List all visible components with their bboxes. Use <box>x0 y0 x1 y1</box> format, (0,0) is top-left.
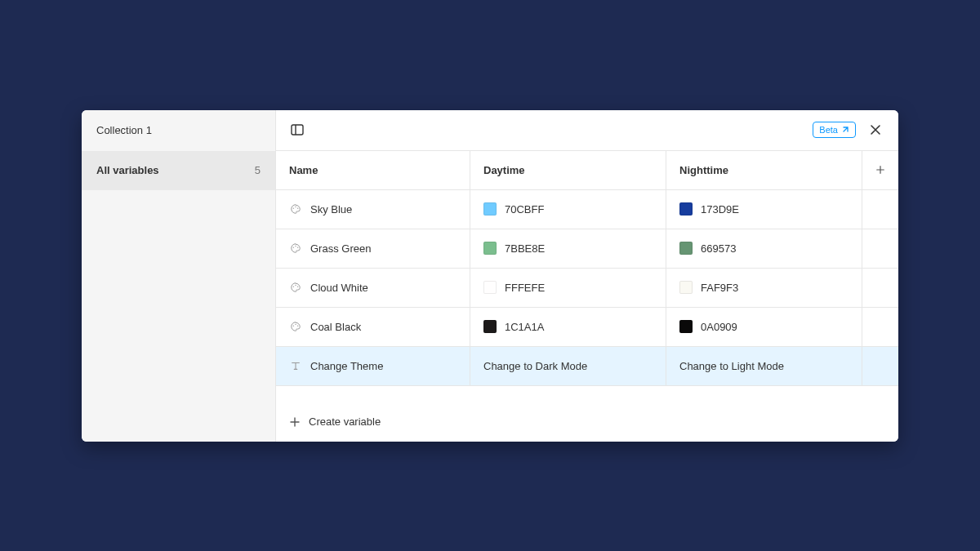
close-icon <box>869 123 882 136</box>
color-type-icon <box>289 202 302 216</box>
cell-mode[interactable]: 173D9E <box>666 190 862 229</box>
svg-point-12 <box>295 324 296 325</box>
svg-point-6 <box>295 246 296 247</box>
text-type-icon <box>289 359 302 372</box>
color-type-icon <box>289 242 302 255</box>
variables-panel: Collection 1 All variables 5 Beta <box>82 110 898 442</box>
toggle-sidebar-button[interactable] <box>287 120 307 140</box>
color-swatch <box>483 242 497 255</box>
cell-name[interactable]: Sky Blue <box>276 190 470 229</box>
cell-mode[interactable]: FAF9F3 <box>666 269 862 307</box>
variable-name: Coal Black <box>310 321 361 333</box>
variable-name: Cloud White <box>310 282 368 294</box>
svg-point-11 <box>293 325 294 326</box>
color-swatch <box>483 281 497 294</box>
row-trailing-cell <box>862 190 898 229</box>
cell-mode[interactable]: Change to Light Mode <box>666 347 862 385</box>
column-header-mode1[interactable]: Daytime <box>470 151 666 189</box>
beta-label: Beta <box>819 125 838 135</box>
close-button[interactable] <box>864 118 887 141</box>
row-trailing-cell <box>862 347 898 385</box>
cell-name[interactable]: Coal Black <box>276 308 470 346</box>
text-value: Change to Dark Mode <box>483 360 587 372</box>
color-hex: 669573 <box>701 242 736 255</box>
svg-point-3 <box>295 207 296 207</box>
create-variable-label: Create variable <box>309 415 381 428</box>
palette-icon <box>290 321 301 332</box>
color-hex: 70CBFF <box>505 203 544 216</box>
svg-point-8 <box>293 286 294 287</box>
svg-point-4 <box>297 207 298 208</box>
plus-icon <box>875 164 885 176</box>
variable-name: Change Theme <box>310 360 383 372</box>
color-swatch <box>679 320 693 333</box>
sidebar-item-count: 5 <box>255 164 261 176</box>
sidebar-item-all-variables[interactable]: All variables 5 <box>82 151 275 190</box>
collection-title[interactable]: Collection 1 <box>82 110 275 151</box>
variable-name: Sky Blue <box>310 203 352 216</box>
color-swatch <box>679 202 693 216</box>
svg-point-5 <box>293 247 294 247</box>
column-header-name[interactable]: Name <box>276 151 470 189</box>
collection-title-text: Collection 1 <box>96 124 152 136</box>
color-hex: 173D9E <box>701 203 739 216</box>
create-variable-button[interactable]: Create variable <box>276 402 898 442</box>
sidebar: Collection 1 All variables 5 <box>82 110 276 442</box>
main-area: Beta Name Daytime Nighttime <box>276 110 898 442</box>
color-swatch <box>679 242 693 255</box>
add-mode-button[interactable] <box>862 151 898 189</box>
palette-icon <box>290 242 301 254</box>
color-swatch <box>679 281 693 294</box>
color-hex: 0A0909 <box>701 321 737 333</box>
row-trailing-cell <box>862 308 898 346</box>
beta-badge[interactable]: Beta <box>813 122 856 138</box>
table-row[interactable]: Grass Green7BBE8E669573 <box>276 229 898 269</box>
table-row[interactable]: Change ThemeChange to Dark ModeChange to… <box>276 347 898 386</box>
cell-mode[interactable]: 669573 <box>666 229 862 268</box>
variable-name: Grass Green <box>310 242 371 255</box>
cell-mode[interactable]: Change to Dark Mode <box>470 347 666 385</box>
color-hex: 1C1A1A <box>505 321 544 333</box>
palette-icon <box>290 203 301 215</box>
svg-rect-0 <box>292 125 303 135</box>
sidebar-item-label: All variables <box>96 164 159 176</box>
svg-point-13 <box>297 325 298 326</box>
color-swatch <box>483 202 497 216</box>
palette-icon <box>290 282 301 293</box>
table-row[interactable]: Sky Blue70CBFF173D9E <box>276 190 898 229</box>
color-swatch <box>483 320 497 333</box>
cell-mode[interactable]: 70CBFF <box>470 190 666 229</box>
svg-point-2 <box>293 207 294 208</box>
cell-mode[interactable]: FFFEFE <box>470 269 666 307</box>
table-row[interactable]: Cloud WhiteFFFEFEFAF9F3 <box>276 269 898 308</box>
cell-mode[interactable]: 7BBE8E <box>470 229 666 268</box>
table-row[interactable]: Coal Black1C1A1A0A0909 <box>276 308 898 347</box>
topbar: Beta <box>276 110 898 151</box>
cell-name[interactable]: Grass Green <box>276 229 470 268</box>
row-trailing-cell <box>862 229 898 268</box>
cell-mode[interactable]: 1C1A1A <box>470 308 666 346</box>
svg-point-10 <box>297 286 298 287</box>
variables-table: Name Daytime Nighttime Sky Blue70CBFF173… <box>276 151 898 442</box>
plus-icon <box>289 416 301 428</box>
table-header-row: Name Daytime Nighttime <box>276 151 898 190</box>
cell-name[interactable]: Cloud White <box>276 269 470 307</box>
row-trailing-cell <box>862 269 898 307</box>
cell-mode[interactable]: 0A0909 <box>666 308 862 346</box>
text-icon <box>290 360 301 371</box>
cell-name[interactable]: Change Theme <box>276 347 470 385</box>
color-hex: FAF9F3 <box>701 282 738 294</box>
column-header-mode2[interactable]: Nighttime <box>666 151 862 189</box>
svg-point-7 <box>297 247 298 247</box>
color-type-icon <box>289 320 302 333</box>
svg-point-9 <box>295 285 296 286</box>
color-hex: 7BBE8E <box>505 242 545 255</box>
color-hex: FFFEFE <box>505 282 545 294</box>
text-value: Change to Light Mode <box>679 360 784 372</box>
color-type-icon <box>289 281 302 294</box>
external-link-icon <box>841 126 849 134</box>
panel-icon <box>290 122 305 137</box>
